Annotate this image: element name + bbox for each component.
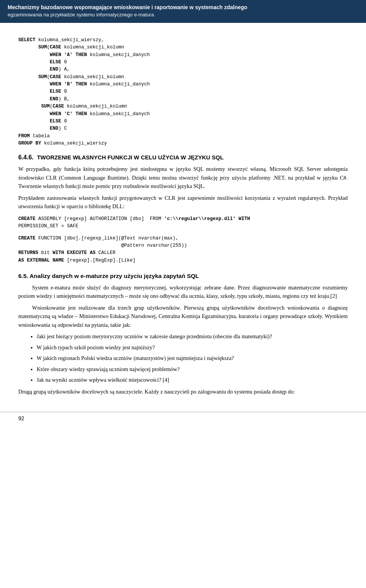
section-65-num: 6.5. bbox=[18, 273, 28, 279]
code-block-2: CREATE ASSEMBLY [regexp] AUTHORIZATION [… bbox=[18, 215, 348, 230]
section-65-body1: System e-matura może służyć do diagnozy … bbox=[18, 283, 348, 300]
section-646-body1: W przypadku, gdy funkcja którą potrzebuj… bbox=[18, 165, 348, 190]
page-footer: 92 bbox=[0, 412, 366, 424]
list-item: Jaki jest bieżący poziom merytoryczny uc… bbox=[37, 332, 348, 341]
section-646-heading: 6.4.6. Tworzenie własnych funkcji w celu… bbox=[18, 154, 348, 161]
header-line1: Mechanizmy bazodanowe wspomagające wnios… bbox=[8, 4, 358, 11]
section-646-num: 6.4.6. bbox=[18, 154, 34, 161]
main-content: SELECT kolumna_sekcji_wierszy, SUM(CASE … bbox=[0, 23, 366, 408]
list-item: W jakich regionach Polski wiedza uczniów… bbox=[37, 354, 348, 362]
header-bar: Mechanizmy bazodanowe wspomagające wnios… bbox=[0, 0, 366, 22]
section-65-body2: Wnioskowanie jest realizowane dla trzech… bbox=[18, 304, 348, 329]
code-block-1: SELECT kolumna_sekcji_wierszy, SUM(CASE … bbox=[18, 37, 348, 148]
list-item: Które obszary wiedzy sprawiają uczniom n… bbox=[37, 365, 348, 373]
section-646-title: Tworzenie własnych funkcji w celu użycia… bbox=[35, 154, 223, 161]
section-65-heading: 6.5. Analizy danych w e-maturze przy uży… bbox=[18, 273, 348, 280]
header-line2: egzaminowania na przykładzie systemu inf… bbox=[8, 11, 358, 18]
list-item: W jakich typach szkół poziom wiedzy jest… bbox=[37, 343, 348, 352]
section-65-body3: Drugą grupą użytkowników docelowych są n… bbox=[18, 387, 348, 396]
code-block-3: CREATE FUNCTION [dbo].[regexp_like](@Tex… bbox=[18, 235, 348, 265]
list-item: Jak na wyniki uczniów wpływa wielkość mi… bbox=[37, 376, 348, 384]
bullet-list: Jaki jest bieżący poziom merytoryczny uc… bbox=[37, 332, 348, 384]
page-number: 92 bbox=[18, 415, 24, 421]
section-65-title: Analizy danych w e-maturze przy użyciu j… bbox=[30, 273, 199, 279]
section-646-body2: Przykładem zastosowania własnych funkcji… bbox=[18, 194, 348, 211]
